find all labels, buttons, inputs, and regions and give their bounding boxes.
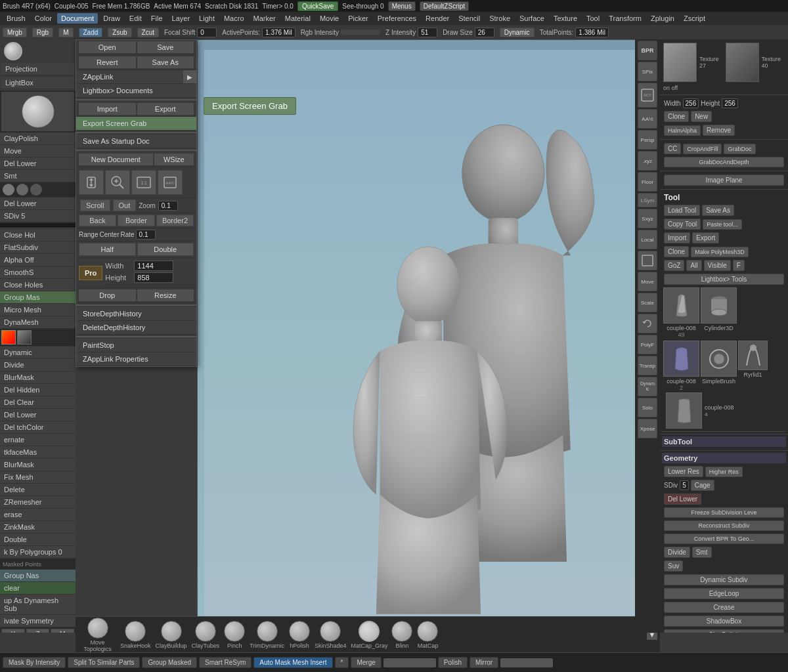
smt-button[interactable]: Smt <box>0 170 76 182</box>
mrgb-button[interactable]: Mrgb <box>3 28 27 37</box>
higher-res-button[interactable]: Higher Res <box>705 467 743 477</box>
menu-stencil[interactable]: Stencil <box>454 13 484 24</box>
half-btn[interactable]: Half <box>79 243 136 256</box>
menu-marker[interactable]: Marker <box>250 13 280 24</box>
group-nas-button[interactable]: Group Nas <box>0 570 76 582</box>
zadd-button[interactable]: Zadd <box>79 28 103 37</box>
solo-button[interactable]: Solo <box>638 398 657 417</box>
freeze-subdiv-button[interactable]: Freeze SubDivision Leve <box>664 507 784 518</box>
menu-brush[interactable]: Brush <box>3 13 30 24</box>
actual-btn[interactable]: 1:1 <box>131 170 156 195</box>
export-tool-button[interactable]: Export <box>692 232 719 243</box>
auto-mask-button[interactable]: Auto Mask Mesh Insert <box>253 657 332 668</box>
fix-mesh-button[interactable]: Fix Mesh <box>0 471 76 484</box>
make-polymesh-button[interactable]: Make PolyMesh3D <box>691 247 749 257</box>
menu-picker[interactable]: Picker <box>344 13 372 24</box>
delete-depth-history-button[interactable]: DeleteDepthHistory <box>76 321 196 335</box>
paste-tool-button[interactable]: Paste tool... <box>703 219 742 230</box>
height-rp-value[interactable]: 256 <box>722 98 738 108</box>
xyz-button[interactable]: .xyz <box>638 151 657 171</box>
brush-claybuildup[interactable]: ClayBuildup <box>154 620 188 650</box>
menu-draw[interactable]: Draw <box>99 13 124 24</box>
material-ball[interactable] <box>22 95 55 128</box>
focal-shift-value[interactable]: 0 <box>197 28 217 37</box>
del-lower-rp-button[interactable]: Del Lower <box>664 494 701 505</box>
scale-button[interactable]: Scale <box>638 293 657 312</box>
save-button[interactable]: Save <box>137 41 194 53</box>
edgeloop-button[interactable]: EdgeLoop <box>664 588 784 599</box>
divide-rp-button[interactable]: Divide <box>664 547 690 558</box>
aahalf-view-button[interactable]: AA½ <box>638 109 657 129</box>
sxyz-button[interactable]: Sxyz <box>638 209 657 228</box>
zapplink-button[interactable]: ZAppLink <box>76 70 183 83</box>
smt-rp-button[interactable]: Smt <box>692 547 712 558</box>
open-button[interactable]: Open <box>79 41 136 53</box>
goz-button[interactable]: GoZ <box>664 260 684 271</box>
transp-button[interactable]: Transp <box>638 356 657 375</box>
remove-button[interactable]: Remove <box>703 125 735 136</box>
out-button[interactable]: Out <box>113 200 137 211</box>
del-hidden-button[interactable]: Del Hidden <box>0 384 76 396</box>
menu-transform[interactable]: Transform <box>605 13 646 24</box>
projection-button[interactable]: Projection <box>1 63 74 75</box>
export-button[interactable]: Export <box>137 103 194 115</box>
menu-surface[interactable]: Surface <box>515 13 548 24</box>
brush-pinch[interactable]: Pinch <box>223 620 246 650</box>
brush-matcap[interactable]: MatCap <box>416 620 439 650</box>
brush-ball-1[interactable] <box>4 42 22 60</box>
couple-thumb-1[interactable] <box>663 287 699 324</box>
menu-render[interactable]: Render <box>422 13 453 24</box>
grabdocanddepth-button[interactable]: GrabDocAndDepth <box>664 157 784 167</box>
ivate-sym-button[interactable]: ivate Symmetry <box>0 615 76 627</box>
brush-skinshade[interactable]: SkinShade4 <box>313 620 348 650</box>
split-similar-button[interactable]: Split To Similar Parts <box>68 657 140 668</box>
up-dynamesh-button[interactable]: up As Dynamesh Sub <box>0 595 76 615</box>
brush-move[interactable]: Move Topologics <box>78 616 117 654</box>
grabdoc-button[interactable]: GrabDoc <box>724 144 755 154</box>
lower-res-button[interactable]: Lower Res <box>664 466 703 477</box>
height-input[interactable] <box>134 272 173 283</box>
close-holes-button[interactable]: Close Holes <box>0 279 76 291</box>
y-sym-button[interactable]: >Y< <box>1 629 25 633</box>
all-button[interactable]: All <box>686 260 701 271</box>
dots-ball-3[interactable] <box>30 184 42 196</box>
revert-button[interactable]: Revert <box>79 56 136 68</box>
rgb-intensity-slider[interactable] <box>341 30 380 35</box>
lightbox-tools-button[interactable]: Lightbox> Tools <box>664 274 784 285</box>
erase-button[interactable]: erase <box>0 509 76 521</box>
clear-btn[interactable]: clear <box>0 582 76 595</box>
dynamesh-button[interactable]: DynaMesh <box>0 316 76 329</box>
halmalpha-button[interactable]: HalmAlpha <box>664 125 701 136</box>
dots-ball-2[interactable] <box>16 184 28 196</box>
menu-light[interactable]: Light <box>195 13 219 24</box>
menu-file[interactable]: File <box>147 13 167 24</box>
lsym-icon[interactable]: LSym <box>638 193 657 207</box>
z-sym-button[interactable]: >Z< <box>26 629 50 633</box>
store-depth-history-button[interactable]: StoreDepthHistory <box>76 307 196 321</box>
menu-color[interactable]: Color <box>31 13 56 24</box>
brush-blinn[interactable]: Blinn <box>390 620 414 650</box>
import-tool-button[interactable]: Import <box>664 232 690 243</box>
smooths-button[interactable]: SmoothS <box>0 266 76 279</box>
menu-zplugin[interactable]: Zplugin <box>647 13 678 24</box>
dynamic-button[interactable]: Dynamic <box>500 28 535 37</box>
persp-button[interactable]: Persp <box>638 130 657 150</box>
move-button[interactable]: Move <box>0 145 76 158</box>
actual-size-button[interactable]: ACT <box>638 83 657 108</box>
crease-button[interactable]: Crease <box>664 602 784 613</box>
ryrlid1-thumb-el[interactable] <box>738 341 768 370</box>
aahalf-btn[interactable]: AA½ <box>158 170 183 195</box>
menu-texture[interactable]: Texture <box>550 13 581 24</box>
shadowbox-button[interactable]: ShadowBox <box>664 616 784 627</box>
dots-ball-1[interactable] <box>3 184 14 196</box>
menu-macro[interactable]: Macro <box>220 13 248 24</box>
alpha-off-button[interactable]: Alpha Off <box>0 254 76 266</box>
import-button[interactable]: Import <box>79 103 136 115</box>
reconstruct-button[interactable]: Reconstruct Subdiv <box>664 520 784 531</box>
pro-btn[interactable]: Pro <box>79 266 102 280</box>
zapplink-properties-button[interactable]: ZAppLink Properties <box>76 352 196 366</box>
menu-layer[interactable]: Layer <box>168 13 194 24</box>
del-tchcolor-button[interactable]: Del tchColor <box>0 421 76 434</box>
local-button[interactable]: Local <box>638 230 657 249</box>
flatsubdiv-button[interactable]: FlatSubdiv <box>0 242 76 254</box>
